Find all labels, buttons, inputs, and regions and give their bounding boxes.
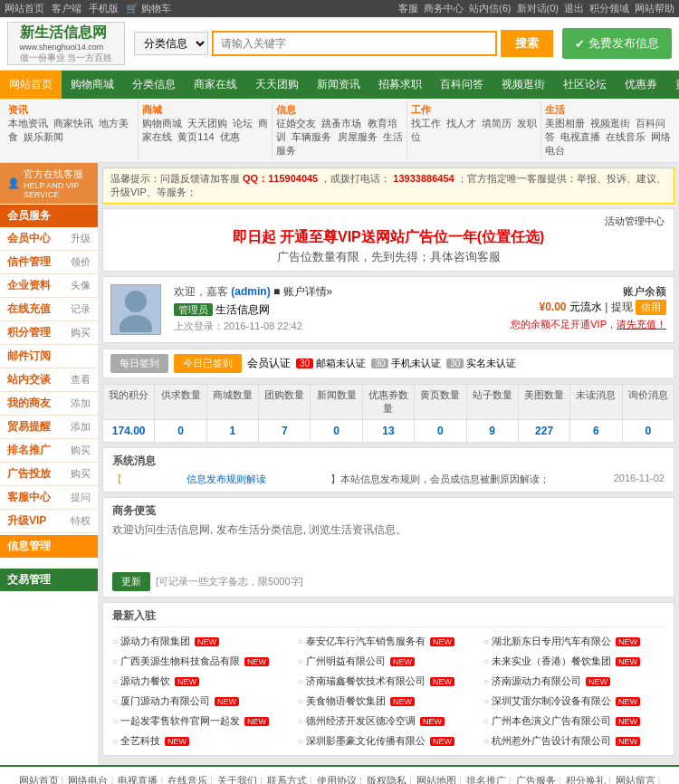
sidebar-item-trade-remind[interactable]: 贸易提醒 添加 [0, 416, 98, 439]
sidebar-service-header: 👤 官方在线客服 HELP AND VIP SERVICE [0, 163, 98, 204]
sidebar-item-mail-sub[interactable]: 邮件订阅 [0, 345, 98, 368]
nav-item-yellow[interactable]: 黄页114 [666, 71, 679, 99]
service-phone: 13933886454 [393, 173, 454, 184]
publish-button[interactable]: ✔ 免费发布信息 [562, 28, 672, 59]
currency-unit: 元流水 [569, 301, 605, 313]
footer-link-promote[interactable]: 排名推广 [466, 774, 512, 784]
service-banner: 温馨提示：问题反馈请加客服 QQ：115904045 ，或拨打电话： 13933… [102, 167, 674, 204]
profile-link[interactable]: ■ 账户详情» [273, 285, 332, 298]
vip-recharge-link[interactable]: 请先充值！ [617, 319, 666, 330]
member-level-row: 管理员 生活信息网 [174, 302, 494, 318]
mobile-auth-label: 手机未认证 [391, 357, 441, 370]
sub-nav-find-job[interactable]: 找工作 [411, 118, 441, 129]
nav-item-merchant[interactable]: 商家在线 [185, 71, 246, 99]
nav-item-shop[interactable]: 购物商城 [62, 71, 123, 99]
sub-nav-discount[interactable]: 优惠 [220, 131, 240, 142]
nav-item-home[interactable]: 网站首页 [0, 71, 62, 99]
stat-header-coupon: 优惠券数量 [363, 385, 415, 419]
sub-nav-merchant-news[interactable]: 商家快讯 [53, 118, 93, 129]
footer-link-contact[interactable]: 联系方式 [267, 774, 312, 784]
sub-nav-entertainment[interactable]: 娱乐新闻 [24, 131, 63, 142]
cashout-link[interactable]: | 提现 [605, 301, 632, 313]
nav-item-coupon[interactable]: 优惠券 [616, 71, 666, 99]
sub-nav-bbs[interactable]: 论坛 [233, 118, 253, 129]
sub-nav-local[interactable]: 本地资讯 [8, 118, 48, 129]
stat-header-group: 团购数量 [259, 385, 311, 419]
avatar-svg [118, 287, 154, 332]
sub-nav-flea[interactable]: 跳蚤市场 [321, 118, 361, 129]
topbar-cart[interactable]: 🛒 购物车 [126, 2, 171, 15]
top-bar-left: 网站首页 客户端 手机版 🛒 购物车 [5, 2, 171, 15]
sub-nav-photos[interactable]: 美图相册 [545, 118, 585, 129]
sidebar-item-ads[interactable]: 广告投放 购买 [0, 463, 98, 486]
topbar-biz-center[interactable]: 商务中心 [424, 2, 464, 15]
sub-nav-video-street[interactable]: 视频逛街 [590, 118, 630, 129]
footer-link-privacy[interactable]: 版权隐私 [367, 774, 412, 784]
topbar-new-msg[interactable]: 新对话(0) [517, 2, 559, 15]
notes-save-button[interactable]: 更新 [112, 572, 150, 591]
nav-item-jobs[interactable]: 招募求职 [369, 71, 431, 99]
footer-link-tv[interactable]: 电视直播 [118, 774, 163, 784]
stats-header: 我的积分 供求数量 商城数量 团购数量 新闻数量 优惠券数量 黄页数量 站子数量… [103, 385, 674, 420]
nav-item-video[interactable]: 视频逛街 [493, 71, 554, 99]
sub-nav-house[interactable]: 房屋服务 [338, 131, 378, 142]
topbar-help[interactable]: 网站帮助 [635, 2, 674, 15]
stat-val-points: 174.00 [103, 420, 155, 442]
search-button[interactable]: 搜索 [501, 30, 553, 57]
sub-nav-group-buy[interactable]: 天天团购 [187, 118, 227, 129]
topbar-logout[interactable]: 退出 [564, 2, 584, 15]
sub-nav-tv[interactable]: 电视直播 [560, 131, 600, 142]
sub-nav-car[interactable]: 车辆服务 [292, 131, 331, 142]
nav-item-category[interactable]: 分类信息 [123, 71, 185, 99]
nav-item-news[interactable]: 新闻资讯 [308, 71, 369, 99]
sub-nav-music[interactable]: 在线音乐 [606, 131, 646, 142]
sub-nav-shopping[interactable]: 购物商城 [142, 118, 182, 129]
nav-item-forum[interactable]: 社区论坛 [554, 71, 616, 99]
sidebar-item-recharge[interactable]: 在线充值 记录 [0, 298, 98, 321]
vip-manage-link[interactable]: 活动管理中心 [112, 215, 665, 228]
sub-nav-links-info: 征婚交友 跳蚤市场 教育培训 车辆服务 房屋服务 生活服务 [276, 117, 402, 158]
sub-nav-dating[interactable]: 征婚交友 [276, 118, 316, 129]
footer-link-sitemap[interactable]: 网站地图 [416, 774, 462, 784]
topbar-mobile[interactable]: 手机版 [89, 2, 119, 15]
footer-link-home[interactable]: 网站首页 [19, 774, 64, 784]
sys-msg-title: 系统消息 [112, 454, 665, 469]
footer-link-radio[interactable]: 网络电台 [68, 774, 113, 784]
sidebar-item-member-center[interactable]: 会员中心 升级 [0, 227, 98, 251]
sub-nav-title-work: 工作 [411, 104, 431, 115]
footer-link-ads[interactable]: 广告服务 [516, 774, 561, 784]
system-messages: 系统消息 【 信息发布规则解读 】本站信息发布规则，会员成信息被删原因解读； 2… [102, 447, 674, 492]
stat-header-photo: 美图数量 [519, 385, 570, 419]
checkin-row: 每日签到 今日已签到 会员认证 30 邮箱未认证 30 手机未认证 30 实名未… [102, 349, 674, 378]
nav-item-group[interactable]: 天天团购 [246, 71, 308, 99]
nav-item-qa[interactable]: 百科问答 [431, 71, 493, 99]
sidebar-item-vip[interactable]: 升级VIP 特权 [0, 510, 98, 533]
sidebar-item-points[interactable]: 积分管理 购买 [0, 321, 98, 345]
footer-link-about[interactable]: 关于我们 [217, 774, 263, 784]
sidebar-item-friends[interactable]: 我的商友 添加 [0, 392, 98, 416]
sidebar-item-promote[interactable]: 排名推广 购买 [0, 439, 98, 463]
sidebar-item-chat[interactable]: 站内交谈 查看 [0, 368, 98, 392]
category-select[interactable]: 分类信息 [134, 32, 208, 55]
topbar-home[interactable]: 网站首页 [5, 2, 44, 15]
sidebar-item-mail[interactable]: 信件管理 领价 [0, 251, 98, 274]
today-checkin-button[interactable]: 今日已签到 [174, 354, 242, 373]
checkin-button[interactable]: 每日签到 [110, 354, 168, 373]
footer-link-terms[interactable]: 使用协议 [317, 774, 362, 784]
sys-msg-link[interactable]: 信息发布规则解读 [186, 473, 266, 486]
sub-nav-resume[interactable]: 填简历 [482, 118, 512, 129]
topbar-points[interactable]: 积分领域 [589, 2, 629, 15]
sub-nav-find-talent[interactable]: 找人才 [446, 118, 476, 129]
vip-upgrade-msg: 您的余额不足开通VIP，请先充值！ [503, 318, 666, 331]
footer-link-guestbook[interactable]: 网站留言 [616, 774, 661, 784]
footer-link-music[interactable]: 在线音乐 [167, 774, 213, 784]
footer-link-exchange[interactable]: 积分换礼 [566, 774, 611, 784]
topbar-inbox[interactable]: 站内信(6) [469, 2, 511, 15]
sidebar-item-profile[interactable]: 企业资料 头像 [0, 274, 98, 298]
sub-nav-links-work: 找工作 找人才 填简历 发职位 [411, 117, 537, 144]
topbar-client[interactable]: 客户端 [52, 2, 81, 15]
sidebar-item-support[interactable]: 客服中心 提问 [0, 486, 98, 510]
credit-button[interactable]: 信用 [636, 300, 666, 315]
search-input[interactable] [212, 31, 497, 56]
sub-nav-yellow114[interactable]: 黄页114 [177, 131, 214, 142]
